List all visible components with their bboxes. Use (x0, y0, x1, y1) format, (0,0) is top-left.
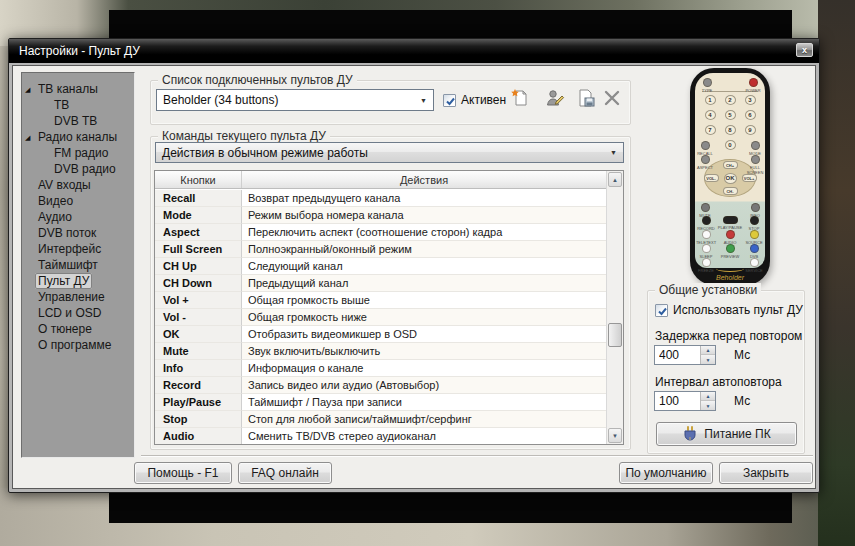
remote-control-image: Beholder TYPEPOWER1234567890RECALLMODEAS… (690, 68, 770, 285)
table-row[interactable]: Vol -Общая громкость ниже (155, 309, 606, 326)
sidebar-item[interactable]: Аудио (22, 209, 134, 225)
spin-buttons: ▲ ▼ (700, 346, 715, 364)
table-row[interactable]: CH DownПредыдущий канал (155, 275, 606, 292)
faq-online-button[interactable]: FAQ онлайн (238, 462, 332, 484)
repeat-delay-input[interactable] (659, 347, 697, 363)
sidebar-item[interactable]: ТВ (22, 97, 134, 113)
spin-up-icon[interactable]: ▲ (701, 346, 715, 355)
title-bar[interactable]: Настройки - Пульт ДУ x (9, 39, 819, 63)
sidebar-item[interactable]: ◢ТВ каналы (22, 81, 134, 97)
table-row[interactable]: StopСтоп для любой записи/таймшифт/серфи… (155, 411, 606, 428)
remote-select-combo[interactable]: Beholder (34 buttons) ▼ (156, 89, 434, 111)
remote-info-button (751, 203, 760, 212)
remote-service-button (750, 258, 759, 267)
remote-logo-swoosh (716, 265, 744, 272)
sidebar-item-label: Пульт ДУ (35, 273, 92, 289)
table-row[interactable]: MuteЗвук включить/выключить (155, 343, 606, 360)
repeat-delay-spinner[interactable]: ▲ ▼ (654, 345, 716, 365)
sidebar-item-label: LCD и OSD (35, 306, 104, 320)
sidebar-item[interactable]: О программе (22, 337, 134, 353)
actions-column-header[interactable]: Действия (242, 171, 607, 188)
table-row[interactable]: Full ScreenПолноэкранный/оконный режим (155, 241, 606, 258)
sidebar-item[interactable]: DVB радио (22, 161, 134, 177)
sidebar-item[interactable]: О тюнере (22, 321, 134, 337)
scrollbar-thumb[interactable] (608, 323, 622, 347)
table-row[interactable]: AudioСменить ТВ/DVB стерео аудиоканал (155, 428, 606, 445)
close-dialog-button[interactable]: Закрыть (719, 462, 813, 484)
button-actions-table: Кнопки Действия RecallВозврат предыдущег… (154, 170, 624, 445)
table-row[interactable]: CH UpСледующий канал (155, 258, 606, 275)
table-row[interactable]: ModeРежим выбора номера канала (155, 207, 606, 224)
sidebar-item[interactable]: FM радио (22, 145, 134, 161)
tree-expander-icon[interactable]: ◢ (25, 130, 30, 146)
spin-down-icon[interactable]: ▼ (701, 355, 715, 364)
table-row[interactable]: RecallВозврат предыдущего канала (155, 190, 606, 207)
table-row[interactable]: RecordЗапись видео или аудио (Автовыбор) (155, 377, 606, 394)
table-row[interactable]: AspectПереключить аспект (соотношение ст… (155, 224, 606, 241)
button-cell: Info (155, 360, 242, 377)
table-row[interactable]: Vol +Общая громкость выше (155, 292, 606, 309)
use-remote-label: Использовать пульт ДУ (673, 303, 803, 317)
sidebar-item[interactable]: Видео (22, 193, 134, 209)
remote-digit-8-button: 8 (725, 125, 736, 135)
sidebar-item-label: Радио каналы (35, 130, 120, 144)
action-cell: Звук включить/выключить (242, 343, 606, 360)
remote-mode-button (751, 141, 760, 150)
connected-remotes-group: Список подключенных пультов ДУ Beholder … (150, 80, 631, 125)
defaults-button[interactable]: По умолчанию (619, 462, 713, 484)
repeat-delay-unit: Мс (734, 348, 750, 362)
pc-power-button[interactable]: Питание ПК (656, 422, 797, 446)
repeat-interval-input[interactable] (659, 393, 697, 409)
remote-sleep-button (702, 244, 711, 253)
sidebar-item-label: Таймшифт (35, 258, 101, 272)
command-mode-combo[interactable]: Действия в обычном режиме работы ▼ (155, 142, 624, 163)
sidebar-item[interactable]: DVB поток (22, 225, 134, 241)
sidebar-item[interactable]: Таймшифт (22, 257, 134, 273)
table-row[interactable]: InfoИнформация о канале (155, 360, 606, 377)
sidebar-item-label: Аудио (35, 210, 75, 224)
sidebar-item[interactable]: Интерфейс (22, 241, 134, 257)
spin-up-icon[interactable]: ▲ (701, 392, 715, 401)
repeat-interval-spinner[interactable]: ▲ ▼ (654, 391, 716, 411)
sidebar-item[interactable]: LCD и OSD (22, 305, 134, 321)
chevron-down-icon: ▼ (605, 144, 622, 161)
action-cell: Сменить ТВ/DVB стерео аудиоканал (242, 428, 606, 445)
sidebar-item-label: DVB поток (35, 226, 99, 240)
help-button[interactable]: Помощь - F1 (134, 462, 232, 484)
sidebar-item[interactable]: Пульт ДУ (22, 273, 134, 289)
sidebar-item-label: Видео (35, 194, 76, 208)
sidebar-item[interactable]: AV входы (22, 177, 134, 193)
button-cell: Record (155, 377, 242, 394)
action-cell: Информация о канале (242, 360, 606, 377)
button-cell: CH Up (155, 258, 242, 275)
spin-down-icon[interactable]: ▼ (701, 401, 715, 410)
train-remote-icon[interactable] (543, 86, 567, 110)
buttons-column-header[interactable]: Кнопки (155, 171, 242, 188)
table-row[interactable]: OKОтобразить видеомикшер в OSD (155, 326, 606, 343)
use-remote-checkbox[interactable]: Использовать пульт ДУ (655, 303, 803, 317)
close-button[interactable]: x (796, 43, 813, 57)
scroll-down-icon[interactable]: ▼ (608, 428, 622, 443)
remote-ok-button: OK (724, 173, 737, 184)
sidebar-item[interactable]: DVB ТВ (22, 113, 134, 129)
action-cell: Переключить аспект (соотношение сторон) … (242, 224, 606, 241)
sidebar-item-label: AV входы (35, 178, 94, 192)
sidebar-item-label: FM радио (51, 146, 111, 160)
delete-remote-icon[interactable] (600, 86, 624, 110)
tree-expander-icon[interactable]: ◢ (25, 82, 30, 98)
remote-ch-down-button: CH- (723, 187, 738, 195)
table-row[interactable]: Play/PauseТаймшифт / Пауза при записи (155, 394, 606, 411)
action-cell: Отобразить видеомикшер в OSD (242, 326, 606, 343)
check-icon (445, 96, 456, 107)
table-scrollbar[interactable]: ▲ ▼ (606, 171, 623, 444)
remote-recall-button (701, 141, 710, 150)
sidebar-item[interactable]: Управление (22, 289, 134, 305)
active-checkbox[interactable]: Активен (443, 93, 506, 107)
save-remote-icon[interactable] (574, 86, 598, 110)
scroll-up-icon[interactable]: ▲ (608, 172, 622, 187)
button-cell: Vol + (155, 292, 242, 309)
new-remote-icon[interactable] (508, 86, 532, 110)
sidebar-item[interactable]: ◢Радио каналы (22, 129, 134, 145)
commands-group-label: Команды текущего пульта ДУ (158, 129, 330, 143)
remote-ch-up-button: CH+ (723, 161, 738, 169)
